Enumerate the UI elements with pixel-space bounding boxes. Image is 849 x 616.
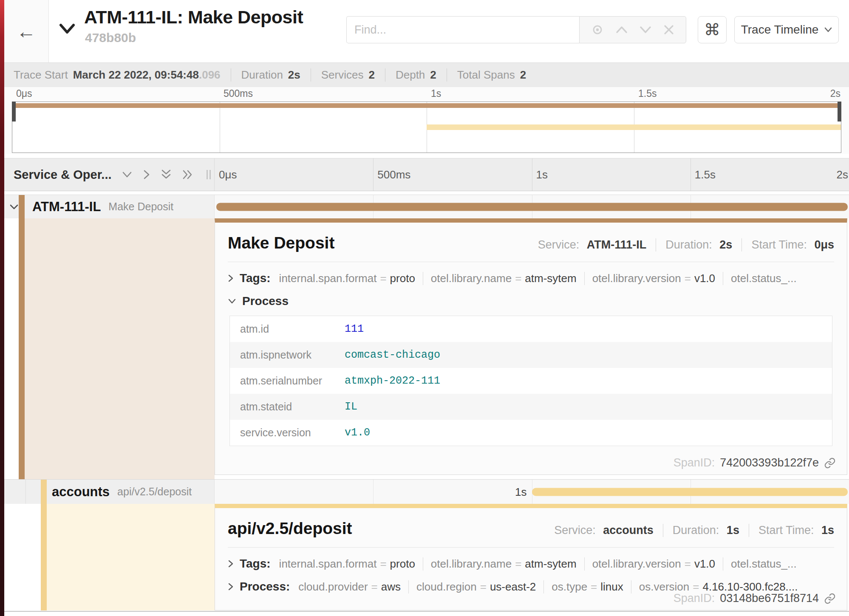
- divider: [228, 262, 834, 262]
- span-detail-atm: Make Deposit Service: ATM-111-IL Duratio…: [4, 218, 849, 479]
- chevron-right-icon[interactable]: [228, 582, 234, 591]
- meta-value: 2: [368, 68, 374, 82]
- ruler-tick-label: 1.5s: [691, 158, 716, 191]
- process-value: comcast-chicago: [345, 349, 440, 361]
- copy-link-icon[interactable]: [824, 593, 836, 605]
- row-collapse-chevron-icon[interactable]: [9, 204, 19, 210]
- tags-toggle[interactable]: Tags:: [240, 271, 271, 285]
- span-row-accounts[interactable]: accounts api/v2.5/deposit 1s: [4, 479, 849, 504]
- chevron-right-icon[interactable]: [228, 274, 234, 283]
- divider: [4, 191, 849, 195]
- meta-value-suffix: .096: [199, 68, 221, 82]
- process-toggle[interactable]: Process:: [240, 580, 290, 593]
- process-value: v1.0: [345, 427, 370, 439]
- span-color-bar: [19, 195, 25, 218]
- meta-label: Trace Start: [14, 68, 68, 82]
- trace-meta-item: Total Spans 2: [447, 68, 526, 82]
- span-timeline-cell: [215, 195, 849, 218]
- process-key: atm.ispnetwork: [230, 349, 345, 361]
- span-detail-accounts: api/v2.5/deposit Service: accounts Durat…: [4, 504, 849, 610]
- view-selector-dropdown[interactable]: Trace Timeline: [734, 16, 839, 43]
- chevron-right-icon[interactable]: [143, 170, 150, 180]
- detail-meta-value: 2s: [719, 238, 732, 251]
- process-value: aws: [381, 580, 401, 593]
- view-selector-label: Trace Timeline: [741, 23, 819, 37]
- keyboard-shortcuts-button[interactable]: ⌘: [698, 16, 727, 43]
- focus-match-icon[interactable]: [591, 23, 604, 36]
- tags-toggle[interactable]: Tags:: [240, 557, 271, 571]
- double-chevron-right-icon[interactable]: [182, 170, 193, 180]
- ruler-tick-label: 500ms: [373, 158, 410, 191]
- span-duration-bar[interactable]: [532, 488, 848, 496]
- process-table-row: service.version v1.0: [230, 420, 832, 446]
- minimap-right-drag-handle[interactable]: [838, 102, 841, 122]
- chevron-down-icon[interactable]: [122, 171, 132, 178]
- detail-meta-value: 0μs: [814, 238, 834, 251]
- span-detail-meta-item: Start Time: 1s: [749, 524, 834, 537]
- meta-value: March 22 2022, 09:54:48: [73, 68, 199, 82]
- minimap-viewport[interactable]: [12, 102, 841, 153]
- span-duration-bar[interactable]: [216, 203, 848, 211]
- process-key: service.version: [230, 427, 345, 439]
- minimap-ruler: 0μs500ms1s1.5s2s: [12, 88, 841, 101]
- process-key: atm.serialnumber: [230, 375, 345, 387]
- span-detail-card: Make Deposit Service: ATM-111-IL Duratio…: [215, 218, 847, 475]
- trace-collapse-chevron-icon[interactable]: [59, 22, 76, 37]
- span-color-bar: [19, 218, 25, 479]
- span-indent-guides: [4, 504, 215, 610]
- span-id-row: SpanID: 03148be6751f8714: [674, 592, 836, 605]
- tag-value: proto: [390, 557, 415, 570]
- double-chevron-down-icon[interactable]: [161, 169, 171, 180]
- process-item: cloud.region=us-east-2: [408, 580, 536, 593]
- detail-meta-value: accounts: [603, 524, 654, 537]
- trace-view: ← ATM-111-IL: Make Deposit 478b80b: [0, 0, 849, 616]
- ruler-tick-label: 2s: [830, 88, 841, 99]
- trace-meta-item: Trace Start March 22 2022, 09:54:48.096: [14, 68, 221, 82]
- tag-item: otel.library.version=v1.0: [584, 272, 715, 285]
- service-operation-column-header: Service & Oper...: [4, 158, 215, 191]
- ruler-tick-label: 1s: [427, 88, 441, 99]
- process-value: atmxph-2022-111: [345, 375, 440, 387]
- tag-item: internal.span.format=proto: [279, 557, 415, 571]
- chevron-right-icon[interactable]: [228, 559, 234, 568]
- chevron-down-icon[interactable]: [228, 298, 236, 304]
- tag-item: internal.span.format=proto: [279, 272, 415, 285]
- span-timeline-cell: 1s: [215, 480, 849, 504]
- back-button[interactable]: ←: [4, 0, 49, 62]
- clear-search-icon[interactable]: [663, 24, 674, 35]
- detail-meta-label: Service:: [538, 238, 580, 251]
- column-resize-handle[interactable]: [207, 170, 211, 179]
- span-detail-meta-item: Service: accounts: [554, 524, 654, 537]
- process-table-row: atm.serialnumber atmxph-2022-111: [230, 368, 832, 394]
- find-addon: [579, 16, 686, 43]
- meta-label: Duration: [241, 68, 283, 82]
- tree-guide-line: [25, 480, 26, 504]
- span-id-row: SpanID: 742003393b122f7e: [674, 456, 836, 469]
- span-detail-meta-item: Duration: 2s: [656, 238, 732, 251]
- tag-value: v1.0: [694, 557, 715, 570]
- minimap-span-bar-accounts: [427, 124, 841, 130]
- service-operation-label: Service & Oper...: [14, 168, 112, 182]
- back-arrow-icon: ←: [17, 22, 36, 41]
- process-value: 4.16.10-300.fc28....: [702, 580, 798, 593]
- minimap-left-drag-handle[interactable]: [12, 102, 16, 122]
- detail-meta-value: 1s: [727, 524, 739, 537]
- copy-link-icon[interactable]: [824, 457, 836, 469]
- process-item: os.version=4.16.10-300.fc28....: [631, 580, 798, 593]
- tag-item: otel.library.version=v1.0: [584, 557, 715, 571]
- detail-meta-label: Service:: [554, 524, 596, 537]
- prev-match-icon[interactable]: [615, 25, 628, 34]
- span-name-cell: ATM-111-IL Make Deposit: [4, 195, 215, 218]
- span-detail-card: api/v2.5/deposit Service: accounts Durat…: [215, 504, 847, 610]
- operation-name: Make Deposit: [108, 201, 173, 213]
- detail-meta-value: ATM-111-IL: [587, 238, 647, 251]
- find-input[interactable]: [346, 16, 579, 43]
- span-detail-meta-item: Start Time: 0μs: [741, 238, 834, 251]
- next-match-icon[interactable]: [639, 25, 652, 34]
- span-row-atm[interactable]: ATM-111-IL Make Deposit: [4, 195, 849, 218]
- tag-item: otel.status_...: [723, 557, 797, 571]
- span-id-value: 742003393b122f7e: [720, 456, 819, 469]
- command-icon: ⌘: [704, 20, 720, 39]
- operation-name: api/v2.5/deposit: [117, 486, 192, 498]
- process-toggle[interactable]: Process: [242, 294, 289, 308]
